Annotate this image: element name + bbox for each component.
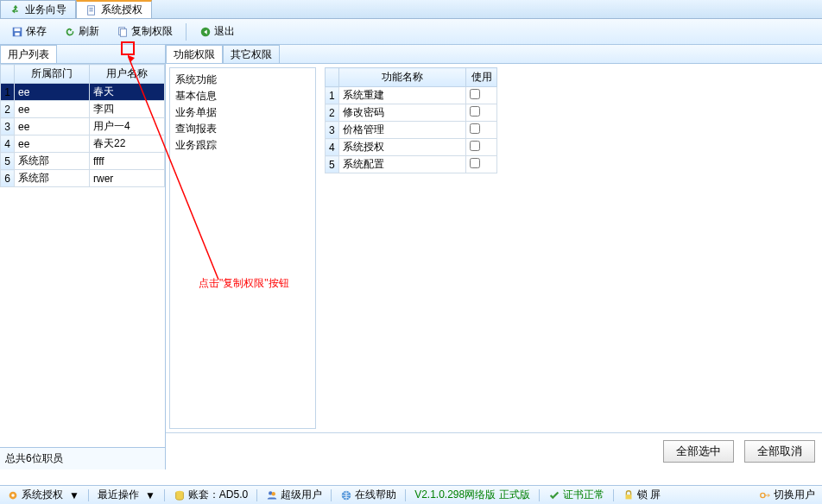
col-name[interactable]: 用户名称 xyxy=(90,65,165,84)
db-icon xyxy=(174,489,186,501)
exit-button[interactable]: 退出 xyxy=(193,22,241,41)
sb-recent[interactable]: 最近操作▼ xyxy=(94,488,159,502)
tree-item[interactable]: 查询报表 xyxy=(174,121,312,137)
svg-rect-5 xyxy=(120,28,126,36)
col-use[interactable]: 使用 xyxy=(466,68,497,87)
svg-point-13 xyxy=(272,492,275,495)
use-checkbox[interactable] xyxy=(470,158,480,168)
left-subtabs: 用户列表 xyxy=(0,45,165,64)
check-icon xyxy=(548,489,560,501)
right-subtabs: 功能权限 其它权限 xyxy=(166,45,822,64)
btn-label: 保存 xyxy=(26,24,47,39)
globe-icon xyxy=(340,489,352,501)
col-dept[interactable]: 所属部门 xyxy=(15,65,90,84)
annotation-box xyxy=(121,41,135,55)
table-row[interactable]: 6系统部rwer xyxy=(1,170,165,187)
separator xyxy=(186,23,187,41)
right-pane: 功能权限 其它权限 系统功能基本信息业务单据查询报表业务跟踪 功能名称 使用 1… xyxy=(166,45,822,469)
table-row[interactable]: 1系统重建 xyxy=(326,87,497,104)
tree-item[interactable]: 业务单据 xyxy=(174,104,312,121)
gear-icon xyxy=(7,489,19,501)
tab-userlist[interactable]: 用户列表 xyxy=(0,45,57,63)
refresh-icon xyxy=(64,26,76,38)
sb-help[interactable]: 在线帮助 xyxy=(337,488,400,502)
table-row[interactable]: 5系统部ffff xyxy=(1,153,165,170)
copy-perm-button[interactable]: 复制权限 xyxy=(111,22,179,41)
table-row[interactable]: 2修改密码 xyxy=(326,104,497,122)
table-row[interactable]: 5系统配置 xyxy=(326,156,497,173)
user-table[interactable]: 所属部门 用户名称 1ee春天2ee李四3ee用户一44ee春天225系统部ff… xyxy=(0,64,165,447)
table-row[interactable]: 3价格管理 xyxy=(326,122,497,139)
tree-item[interactable]: 系统功能 xyxy=(174,72,312,88)
right-content: 系统功能基本信息业务单据查询报表业务跟踪 功能名称 使用 1系统重建2修改密码3… xyxy=(166,64,822,432)
col-rownum xyxy=(1,65,15,84)
tree-item[interactable]: 基本信息 xyxy=(174,88,312,104)
key-icon xyxy=(759,489,771,501)
page-icon xyxy=(85,4,98,16)
btn-label: 退出 xyxy=(214,24,235,39)
use-checkbox[interactable] xyxy=(470,123,480,134)
btn-label: 复制权限 xyxy=(131,24,173,39)
statusbar: 系统授权▼ 最近操作▼ 账套：AD5.0 超级用户 在线帮助 V2.1.0.29… xyxy=(0,485,822,504)
deselect-all-button[interactable]: 全部取消 xyxy=(744,440,815,463)
top-tabs: 业务向导 系统授权 xyxy=(0,0,822,19)
sb-cert[interactable]: 证书正常 xyxy=(545,488,608,502)
users-icon xyxy=(266,489,278,501)
tab-other-perm[interactable]: 其它权限 xyxy=(223,45,280,63)
svg-rect-3 xyxy=(15,32,19,35)
svg-rect-0 xyxy=(88,5,95,15)
tab-func-perm[interactable]: 功能权限 xyxy=(166,45,223,63)
save-icon xyxy=(11,26,23,38)
btn-label: 刷新 xyxy=(79,24,99,39)
sb-user[interactable]: 超级用户 xyxy=(262,488,326,502)
use-checkbox[interactable] xyxy=(470,141,480,151)
svg-point-10 xyxy=(11,494,15,497)
exit-icon xyxy=(199,26,212,38)
svg-rect-2 xyxy=(15,28,21,31)
tree[interactable]: 系统功能基本信息业务单据查询报表业务跟踪 xyxy=(169,67,316,429)
table-row[interactable]: 4ee春天22 xyxy=(1,135,165,153)
tab-label: 系统授权 xyxy=(101,3,142,17)
col-rownum xyxy=(326,68,339,87)
user-count: 总共6位职员 xyxy=(0,447,165,469)
sb-switch[interactable]: 切换用户 xyxy=(756,488,819,502)
tab-auth[interactable]: 系统授权 xyxy=(76,0,152,18)
col-funcname[interactable]: 功能名称 xyxy=(339,68,466,87)
refresh-button[interactable]: 刷新 xyxy=(58,22,105,41)
tab-label: 业务向导 xyxy=(25,3,66,17)
sb-version: V2.1.0.298网络版 正式版 xyxy=(411,488,533,502)
func-table[interactable]: 功能名称 使用 1系统重建2修改密码3价格管理4系统授权5系统配置 xyxy=(325,67,497,429)
tree-item[interactable]: 业务跟踪 xyxy=(174,137,312,154)
table-row[interactable]: 1ee春天 xyxy=(1,84,165,101)
save-button[interactable]: 保存 xyxy=(5,22,53,41)
recycle-icon xyxy=(9,3,22,16)
select-all-button[interactable]: 全部选中 xyxy=(663,440,734,463)
main: 用户列表 所属部门 用户名称 1ee春天2ee李四3ee用户一44ee春天225… xyxy=(0,45,822,469)
table-row[interactable]: 4系统授权 xyxy=(326,139,497,156)
left-pane: 用户列表 所属部门 用户名称 1ee春天2ee李四3ee用户一44ee春天225… xyxy=(0,45,166,469)
sb-acct[interactable]: 账套：AD5.0 xyxy=(170,488,251,502)
copy-icon xyxy=(117,26,129,38)
sb-lock[interactable]: 锁 屏 xyxy=(619,488,664,502)
svg-rect-15 xyxy=(625,495,631,499)
use-checkbox[interactable] xyxy=(470,106,480,117)
tab-guide[interactable]: 业务向导 xyxy=(0,0,76,18)
table-row[interactable]: 2ee李四 xyxy=(1,101,165,118)
table-row[interactable]: 3ee用户一4 xyxy=(1,118,165,135)
lock-icon xyxy=(623,489,635,501)
sb-app[interactable]: 系统授权▼ xyxy=(3,488,83,502)
use-checkbox[interactable] xyxy=(470,89,480,99)
right-footer: 全部选中 全部取消 xyxy=(166,432,822,469)
